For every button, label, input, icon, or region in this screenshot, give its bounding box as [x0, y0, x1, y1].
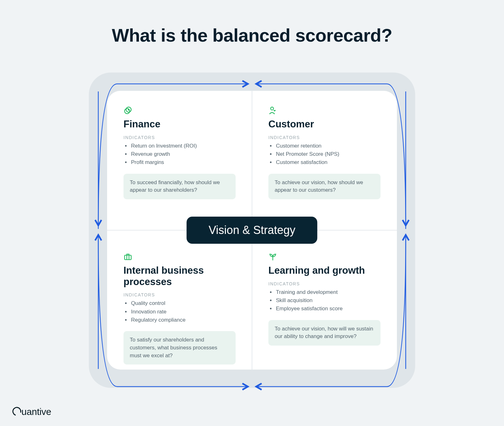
- brand-q-icon: [11, 406, 23, 417]
- list-item: Quality control: [130, 299, 236, 307]
- customer-question: To achieve our vision, how should we app…: [268, 174, 381, 199]
- finance-question: To succeed financially, how should we ap…: [123, 174, 236, 199]
- list-item: Skill acquisition: [275, 296, 381, 305]
- vision-strategy-pill: Vision & Strategy: [186, 217, 317, 244]
- list-item: Customer satisfaction: [275, 158, 381, 166]
- arrow-right: [402, 73, 408, 388]
- learning-title: Learning and growth: [268, 265, 381, 276]
- svg-point-6: [271, 107, 273, 110]
- finance-indicators: Return on Investment (ROI) Revenue growt…: [123, 142, 236, 167]
- quadrant-finance: Finance INDICATORS Return on Investment …: [107, 91, 252, 230]
- arrow-bottom: [89, 377, 415, 390]
- list-item: Innovation rate: [130, 308, 236, 316]
- internal-indicators: Quality control Innovation rate Regulato…: [123, 299, 236, 324]
- indicators-label: INDICATORS: [123, 135, 236, 140]
- list-item: Training and development: [275, 288, 381, 296]
- list-item: Net Promoter Score (NPS): [275, 150, 381, 158]
- internal-title: Internal business processes: [123, 265, 236, 287]
- list-item: Employee satisfaction score: [275, 305, 381, 313]
- indicators-label: INDICATORS: [268, 281, 381, 286]
- coin-icon: [123, 106, 236, 116]
- arrow-left: [96, 73, 102, 388]
- finance-title: Finance: [123, 119, 236, 130]
- list-item: Customer retention: [275, 142, 381, 150]
- brand-logo: uantive: [12, 406, 51, 417]
- indicators-label: INDICATORS: [268, 135, 381, 140]
- svg-rect-7: [125, 255, 131, 260]
- list-item: Revenue growth: [130, 150, 236, 158]
- diagram-frame: Finance INDICATORS Return on Investment …: [89, 73, 415, 388]
- list-item: Profit margins: [130, 158, 236, 166]
- quadrant-learning: Learning and growth INDICATORS Training …: [252, 230, 397, 370]
- arrow-top: [89, 81, 415, 93]
- quadrant-internal: Internal business processes INDICATORS Q…: [107, 230, 252, 370]
- list-item: Regulatory compliance: [130, 316, 236, 324]
- quadrant-customer: Customer INDICATORS Customer retention N…: [252, 91, 397, 230]
- customer-indicators: Customer retention Net Promoter Score (N…: [268, 142, 381, 167]
- page-title: What is the balanced scorecard?: [0, 0, 504, 46]
- person-heart-icon: [268, 106, 381, 116]
- sprout-icon: [268, 252, 381, 262]
- internal-question: To satisfy our shareholders and customer…: [123, 331, 236, 365]
- briefcase-icon: [123, 252, 236, 262]
- customer-title: Customer: [268, 119, 381, 130]
- learning-indicators: Training and development Skill acquisiti…: [268, 288, 381, 313]
- learning-question: To achieve our vision, how will we susta…: [268, 320, 381, 346]
- list-item: Return on Investment (ROI): [130, 142, 236, 150]
- indicators-label: INDICATORS: [123, 292, 236, 297]
- brand-text: uantive: [21, 406, 51, 417]
- scorecard-card: Finance INDICATORS Return on Investment …: [107, 91, 397, 370]
